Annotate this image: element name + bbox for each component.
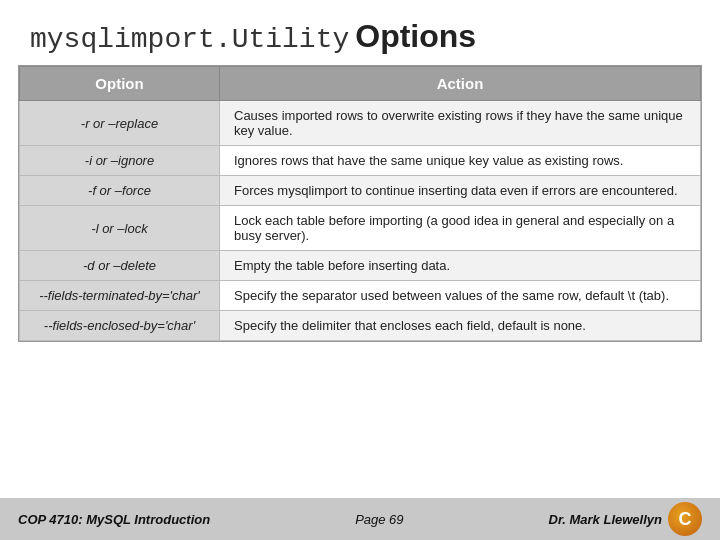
option-cell: --fields-enclosed-by='char' — [20, 311, 220, 341]
table-row: -i or –ignoreIgnores rows that have the … — [20, 146, 701, 176]
action-cell: Specify the separator used between value… — [220, 281, 701, 311]
option-cell: -r or –replace — [20, 101, 220, 146]
table-row: -r or –replaceCauses imported rows to ov… — [20, 101, 701, 146]
option-cell: -l or –lock — [20, 206, 220, 251]
options-table-container: Option Action -r or –replaceCauses impor… — [18, 65, 702, 342]
page-header: mysqlimport.Utility Options — [0, 0, 720, 65]
option-cell: -i or –ignore — [20, 146, 220, 176]
action-cell: Forces mysqlimport to continue inserting… — [220, 176, 701, 206]
option-cell: -d or –delete — [20, 251, 220, 281]
table-row: --fields-terminated-by='char'Specify the… — [20, 281, 701, 311]
col-header-action: Action — [220, 67, 701, 101]
footer-page: Page 69 — [355, 512, 403, 527]
col-header-option: Option — [20, 67, 220, 101]
options-table: Option Action -r or –replaceCauses impor… — [19, 66, 701, 341]
page-title: Options — [355, 18, 476, 55]
table-row: --fields-enclosed-by='char'Specify the d… — [20, 311, 701, 341]
action-cell: Empty the table before inserting data. — [220, 251, 701, 281]
table-row: -f or –forceForces mysqlimport to contin… — [20, 176, 701, 206]
page-title-mono: mysqlimport.Utility — [30, 24, 349, 55]
action-cell: Ignores rows that have the same unique k… — [220, 146, 701, 176]
action-cell: Causes imported rows to overwrite existi… — [220, 101, 701, 146]
page-footer: COP 4710: MySQL Introduction Page 69 Dr.… — [0, 498, 720, 540]
action-cell: Lock each table before importing (a good… — [220, 206, 701, 251]
footer-course: COP 4710: MySQL Introduction — [18, 512, 210, 527]
option-cell: -f or –force — [20, 176, 220, 206]
table-row: -l or –lockLock each table before import… — [20, 206, 701, 251]
page: mysqlimport.Utility Options Option Actio… — [0, 0, 720, 540]
table-row: -d or –deleteEmpty the table before inse… — [20, 251, 701, 281]
footer-logo: C — [668, 502, 702, 536]
action-cell: Specify the delimiter that encloses each… — [220, 311, 701, 341]
footer-author: Dr. Mark Llewellyn — [549, 512, 662, 527]
option-cell: --fields-terminated-by='char' — [20, 281, 220, 311]
